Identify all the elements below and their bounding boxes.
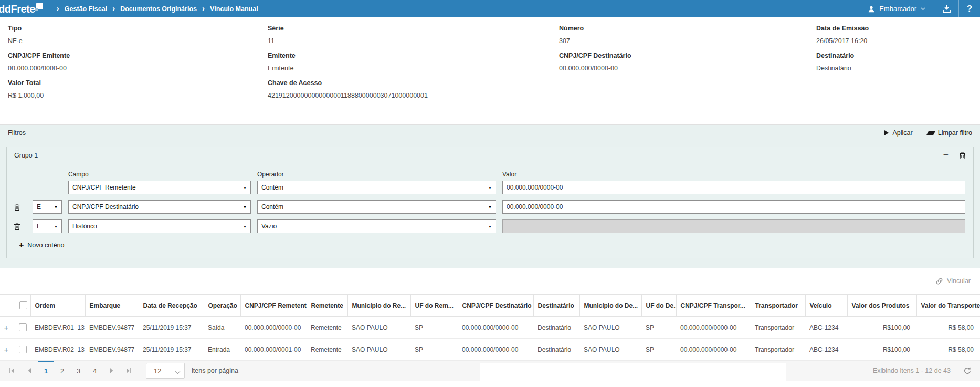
cell-veiculo: ABC-1234: [805, 339, 847, 361]
user-menu[interactable]: Embarcador: [859, 5, 934, 13]
results-table: Ordem Embarque Data de Recepção Operação…: [0, 294, 980, 361]
vincular-button[interactable]: Vincular: [947, 277, 971, 285]
column-header-destinatario[interactable]: Destinatário: [533, 295, 579, 317]
page-size-label: itens por página: [192, 367, 238, 374]
user-menu-label: Embarcador: [879, 5, 916, 13]
cell-operacao: Saída: [204, 317, 240, 339]
app-logo[interactable]: ddFrete: [0, 1, 43, 17]
column-header-embarque[interactable]: Embarque: [85, 295, 139, 317]
column-header-municipio-destinatario[interactable]: Município do De...: [579, 295, 641, 317]
table-row[interactable]: + EMBDEV.R01_13 EMBDEV.94877 25/11/2019 …: [0, 317, 980, 339]
play-icon: [884, 130, 889, 135]
delete-group-button[interactable]: [959, 152, 966, 160]
column-header-cnpj-destinatario[interactable]: CNPJ/CPF Destinatário: [458, 295, 533, 317]
column-header-valor-transporte[interactable]: Valor do Transporte: [916, 295, 980, 317]
breadcrumb-chevron-icon: ›: [202, 4, 205, 13]
field-select[interactable]: CNPJ/CPF Destinatário: [68, 200, 251, 214]
column-header-valor-produtos[interactable]: Valor dos Produtos: [847, 295, 916, 317]
field-label: Data de Emissão: [816, 25, 975, 33]
cell-data-recepcao: 25/11/2019 15:37: [139, 339, 204, 361]
field-label: CNPJ/CPF Destinatário: [559, 52, 816, 60]
field-value: 307: [559, 37, 816, 45]
filter-group-title: Grupo 1: [14, 152, 38, 159]
field-value: 00.000.000/0000-00: [559, 65, 816, 72]
field-cnpj-emitente: CNPJ/CPF Emitente 00.000.000/0000-00: [8, 52, 268, 72]
column-header-cnpj-transportador[interactable]: CNPJ/CPF Transpor...: [676, 295, 751, 317]
new-criterion-button[interactable]: + Novo critério: [19, 242, 965, 249]
page-button-3[interactable]: 3: [70, 361, 87, 381]
breadcrumb-item-documentos-originarios[interactable]: Documentos Originários: [120, 5, 197, 13]
help-button[interactable]: ?: [959, 0, 980, 17]
apply-filter-button[interactable]: Aplicar: [884, 129, 912, 137]
collapse-group-button[interactable]: −: [943, 153, 949, 158]
row-checkbox[interactable]: [19, 323, 27, 331]
next-page-button[interactable]: [103, 361, 120, 381]
refresh-icon[interactable]: [963, 367, 972, 375]
conjunction-select[interactable]: E: [33, 219, 62, 233]
field-label: Valor Total: [8, 79, 268, 87]
cell-transportador: Transportador: [751, 339, 805, 361]
expand-row-button[interactable]: +: [0, 339, 15, 361]
field-chave-acesso: Chave de Acesso 421912000000000000001188…: [268, 79, 975, 100]
page-button-2[interactable]: 2: [54, 361, 70, 381]
app-logo-icon: [36, 3, 43, 9]
delete-criterion-button[interactable]: [14, 223, 26, 231]
field-label: Tipo: [8, 25, 268, 33]
expand-row-button[interactable]: +: [0, 317, 15, 339]
cell-destinatario: Destinatário: [533, 317, 579, 339]
previous-page-button[interactable]: [20, 361, 38, 381]
first-page-button[interactable]: [3, 361, 20, 381]
download-icon: [942, 5, 951, 13]
column-header-uf-remetente[interactable]: UF do Rem...: [410, 295, 458, 317]
page-size-select[interactable]: 12: [146, 363, 185, 379]
field-value: Destinatário: [816, 65, 975, 72]
column-header-cnpj-remetente[interactable]: CNPJ/CPF Remetente: [240, 295, 307, 317]
cell-municipio-remetente: SAO PAULO: [347, 317, 410, 339]
operator-select[interactable]: Contém: [257, 200, 496, 214]
column-header-data-recepcao[interactable]: Data de Recepção: [139, 295, 204, 317]
last-page-button[interactable]: [120, 361, 138, 381]
value-input[interactable]: [502, 200, 965, 214]
select-all-checkbox[interactable]: [19, 301, 27, 309]
field-label: Número: [559, 25, 816, 33]
table-row[interactable]: + EMBDEV.R02_13 EMBDEV.94877 25/11/2019 …: [0, 339, 980, 361]
column-header-uf-destinatario[interactable]: UF do De...: [641, 295, 676, 317]
conjunction-select[interactable]: E: [33, 200, 62, 214]
previous-page-icon: [27, 368, 31, 374]
plus-icon: +: [19, 242, 24, 248]
cell-municipio-remetente: SAO PAULO: [347, 339, 410, 361]
column-header-remetente[interactable]: Remetente: [307, 295, 347, 317]
cell-uf-remetente: SP: [410, 317, 458, 339]
cell-cnpj-transportador: 00.000.000/0000-00: [676, 339, 751, 361]
field-select[interactable]: Histórico: [68, 219, 251, 233]
operator-select[interactable]: Contém: [257, 181, 496, 194]
row-checkbox[interactable]: [19, 346, 27, 353]
trash-icon: [14, 203, 20, 211]
field-label: Chave de Acesso: [268, 79, 975, 87]
column-header-ordem[interactable]: Ordem: [30, 295, 85, 317]
column-header-veiculo[interactable]: Veículo: [805, 295, 847, 317]
operator-select[interactable]: Vazio: [257, 219, 496, 233]
page-button-1[interactable]: 1: [38, 361, 54, 381]
column-header-municipio-remetente[interactable]: Município do Re...: [347, 295, 410, 317]
document-info: Tipo NF-e Série 11 Número 307 Data de Em…: [0, 17, 980, 124]
column-header-operacao[interactable]: Operação: [204, 295, 240, 317]
page-button-4[interactable]: 4: [87, 361, 103, 381]
chevron-down-icon: [921, 7, 925, 11]
download-button[interactable]: [934, 0, 958, 17]
field-column-label: Campo: [68, 171, 251, 178]
breadcrumb-item-gestao-fiscal[interactable]: Gestão Fiscal: [65, 5, 107, 13]
clear-filter-label: Limpar filtro: [938, 129, 972, 137]
expand-header: [0, 295, 15, 317]
cell-valor-transporte: R$ 58,00: [916, 317, 980, 339]
cell-cnpj-destinatario: 00.000.000/0000-00: [458, 317, 533, 339]
cell-municipio-destinatario: SAO PAULO: [579, 339, 641, 361]
value-input[interactable]: [502, 181, 965, 194]
clear-filter-button[interactable]: Limpar filtro: [928, 129, 972, 137]
field-select[interactable]: CNPJ/CPF Remetente: [68, 181, 251, 194]
trash-icon: [14, 223, 20, 231]
column-header-transportador[interactable]: Transportador: [751, 295, 805, 317]
delete-criterion-button[interactable]: [14, 203, 26, 211]
cell-cnpj-remetente: 00.000.000/0000-00: [240, 317, 307, 339]
breadcrumb-item-vinculo-manual[interactable]: Vínculo Manual: [210, 5, 258, 13]
